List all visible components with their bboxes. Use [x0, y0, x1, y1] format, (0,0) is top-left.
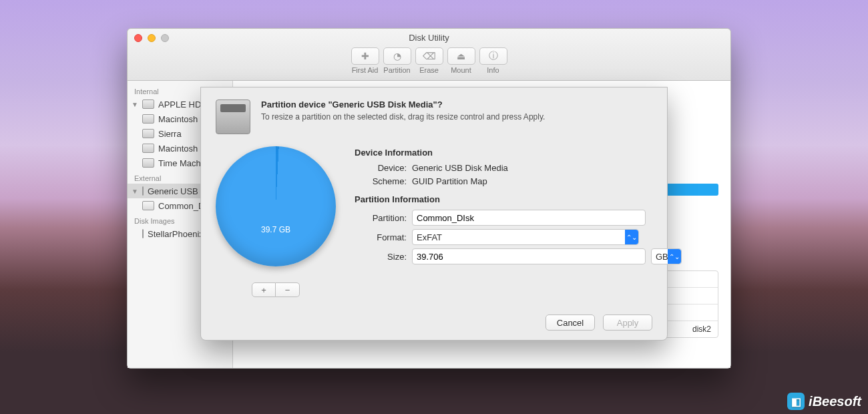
partition-icon: ◔	[393, 51, 401, 61]
volume-icon	[142, 129, 154, 138]
toolbar-label: Erase	[415, 66, 443, 74]
sheet-title: Partition device "Generic USB Disk Media…	[261, 99, 545, 110]
volume-icon	[142, 114, 154, 124]
sheet-subtitle: To resize a partition on the selected di…	[261, 112, 545, 122]
size-unit-value: GB	[656, 252, 668, 262]
diskimage-icon	[142, 229, 144, 238]
section-heading: Partition Information	[355, 194, 682, 204]
info-button[interactable]: ⓘ	[479, 47, 507, 65]
info-value: disk2	[660, 321, 718, 337]
section-heading: Device Information	[355, 148, 682, 158]
chevron-updown-icon: ⌃⌄	[668, 249, 681, 264]
drive-icon	[216, 99, 250, 134]
format-select-value: ExFAT	[417, 232, 442, 242]
sheet-buttons: Cancel Apply	[546, 315, 652, 331]
field-label: Format:	[355, 232, 407, 242]
sidebar-item-label: Sierra	[158, 129, 182, 139]
partition-name-input[interactable]	[412, 210, 646, 226]
toolbar-labels: First Aid Partition Erase Mount Info	[128, 66, 730, 74]
add-remove-partition: + −	[252, 282, 300, 297]
toolbar-label: Mount	[447, 66, 475, 74]
chevron-updown-icon: ⌃⌄	[625, 230, 638, 244]
add-partition-button[interactable]: +	[252, 282, 276, 297]
disclosure-icon[interactable]: ▼	[132, 101, 138, 108]
watermark-text: iBeesoft	[809, 394, 861, 409]
watermark-icon: ◧	[787, 393, 805, 410]
partition-button[interactable]: ◔	[383, 47, 411, 65]
partition-fields: Device Information Device: Generic USB D…	[355, 146, 682, 297]
toolbar-label: First Aid	[351, 66, 379, 74]
toolbar-label: Partition	[383, 66, 411, 74]
external-drive-icon	[142, 186, 144, 196]
toolbar: ✚ ◔ ⌫ ⏏ ⓘ	[128, 47, 730, 65]
info-icon: ⓘ	[489, 50, 498, 62]
titlebar: Disk Utility ✚ ◔ ⌫ ⏏ ⓘ First Aid Partiti…	[128, 29, 730, 81]
erase-icon: ⌫	[423, 51, 436, 61]
field-label: Device:	[355, 163, 407, 173]
pie-label: 39.7 GB	[261, 225, 290, 234]
sheet-header: Partition device "Generic USB Disk Media…	[216, 99, 652, 134]
apply-button[interactable]: Apply	[603, 315, 652, 331]
partition-pie[interactable]: 39.7 GB	[216, 146, 336, 266]
cancel-button[interactable]: Cancel	[546, 315, 595, 331]
window-title: Disk Utility	[128, 33, 730, 43]
volume-icon	[142, 144, 154, 153]
field-label: Scheme:	[355, 176, 407, 186]
field-label: Size:	[355, 252, 407, 262]
disclosure-icon[interactable]: ▼	[132, 188, 138, 195]
field-value: GUID Partition Map	[412, 176, 487, 186]
remove-partition-button[interactable]: −	[276, 282, 300, 297]
harddrive-icon	[142, 99, 154, 109]
field-value: Generic USB Disk Media	[412, 163, 508, 173]
toolbar-label: Info	[479, 66, 507, 74]
volume-icon	[142, 201, 154, 210]
erase-button[interactable]: ⌫	[415, 47, 443, 65]
partition-pie-wrap: 39.7 GB + −	[216, 146, 336, 297]
field-label: Partition:	[355, 213, 407, 223]
firstaid-button[interactable]: ✚	[351, 47, 379, 65]
partition-sheet: Partition device "Generic USB Disk Media…	[200, 87, 668, 341]
mount-icon: ⏏	[457, 51, 465, 61]
size-unit-select[interactable]: GB ⌃⌄	[651, 248, 682, 264]
watermark: ◧ iBeesoft	[787, 393, 861, 410]
format-select[interactable]: ExFAT ⌃⌄	[412, 229, 639, 245]
mount-button[interactable]: ⏏	[447, 47, 475, 65]
volume-icon	[142, 158, 154, 168]
size-input[interactable]	[412, 248, 646, 264]
firstaid-icon: ✚	[361, 51, 369, 61]
